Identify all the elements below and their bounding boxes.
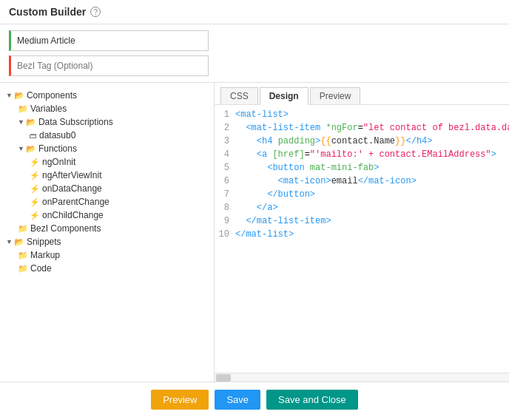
code-line: 5 <button mat-mini-fab> — [215, 161, 509, 175]
tree-item-bezl-components[interactable]: 📁 BezI Components — [3, 222, 211, 235]
line-number: 8 — [215, 201, 235, 214]
tree-label-ngOnInit: ngOnInit — [42, 157, 75, 167]
tree-item-functions[interactable]: ▼ 📂 Functions — [3, 142, 211, 155]
lightning-icon-onDataChange: ⚡ — [30, 184, 40, 194]
line-number: 9 — [215, 214, 235, 228]
folder-open-icon-datasub: 📂 — [26, 118, 36, 127]
tree-item-onChildChange[interactable]: ⚡ onChildChange — [3, 209, 211, 222]
lightning-icon-ngAfterViewInit: ⚡ — [30, 171, 40, 180]
line-content: <a [href]="'mailto:' + contact.EMailAddr… — [235, 148, 509, 161]
line-content: <mat-list> — [235, 108, 509, 121]
code-line: 7 </button> — [215, 188, 509, 201]
code-line: 2 <mat-list-item *ngFor="let contact of … — [215, 121, 509, 135]
folder-open-icon-snippets: 📂 — [14, 237, 24, 247]
line-number: 2 — [215, 121, 235, 135]
expand-icon-datasub: ▼ — [18, 118, 24, 126]
tag-input[interactable] — [9, 55, 209, 76]
help-icon[interactable]: ? — [90, 7, 101, 17]
tree-label-bezl-components: BezI Components — [30, 223, 101, 234]
lightning-icon-ngOnInit: ⚡ — [30, 158, 40, 167]
preview-button[interactable]: Preview — [151, 390, 209, 410]
footer: Preview Save Save and Close — [0, 382, 509, 417]
tree-label-data-subscriptions: Data Subscriptions — [38, 117, 113, 127]
save-and-close-button[interactable]: Save and Close — [266, 390, 358, 410]
lightning-icon-onParentChange: ⚡ — [30, 197, 40, 207]
tree-label-snippets: Snippets — [27, 237, 61, 247]
tree-item-datasub0[interactable]: 🗃 datasub0 — [3, 129, 211, 142]
code-scrollbar[interactable] — [215, 373, 509, 382]
header: Custom Builder ? — [0, 0, 509, 24]
tabs-bar: CSS Design Preview — [215, 83, 509, 105]
line-number: 1 — [215, 108, 235, 121]
folder-icon-variables: 📁 — [18, 104, 28, 114]
folder-open-icon: 📂 — [14, 91, 24, 101]
line-number: 5 — [215, 161, 235, 175]
line-content: </mat-list> — [235, 228, 509, 241]
line-number: 6 — [215, 175, 235, 188]
tree-item-variables[interactable]: 📁 Variables — [3, 102, 211, 115]
line-content: </mat-list-item> — [235, 214, 509, 228]
tree-item-code[interactable]: 📁 Code — [3, 262, 211, 275]
line-content: <mat-icon>email</mat-icon> — [235, 175, 509, 188]
tree-label-markup: Markup — [30, 250, 60, 260]
scrollbar-thumb — [216, 374, 231, 382]
page-title: Custom Builder — [9, 6, 86, 18]
code-line: 1<mat-list> — [215, 108, 509, 121]
tab-css[interactable]: CSS — [220, 87, 258, 104]
tree-label-ngAfterViewInit: ngAfterViewInit — [42, 170, 102, 180]
tree-label-code: Code — [30, 263, 52, 274]
article-input[interactable] — [9, 30, 209, 51]
tree-label-components: Components — [27, 90, 77, 101]
line-content: <h4 padding>{{contact.Name}}</h4> — [235, 135, 509, 148]
line-content: </a> — [235, 201, 509, 214]
line-content: <mat-list-item *ngFor="let contact of be… — [235, 121, 509, 135]
tree-label-functions: Functions — [38, 143, 77, 154]
tree-label-onChildChange: onChildChange — [42, 210, 104, 220]
code-line: 10</mat-list> — [215, 228, 509, 241]
folder-icon-code: 📁 — [18, 264, 28, 274]
tree-item-ngOnInit[interactable]: ⚡ ngOnInit — [3, 155, 211, 169]
tree-item-markup[interactable]: 📁 Markup — [3, 248, 211, 262]
save-button[interactable]: Save — [215, 390, 260, 410]
folder-icon-bezl-components: 📁 — [18, 224, 28, 234]
tab-preview[interactable]: Preview — [310, 87, 361, 104]
code-line: 9 </mat-list-item> — [215, 214, 509, 228]
code-line: 8 </a> — [215, 201, 509, 214]
tree-item-data-subscriptions[interactable]: ▼ 📂 Data Subscriptions — [3, 115, 211, 129]
code-line: 4 <a [href]="'mailto:' + contact.EMailAd… — [215, 148, 509, 161]
tab-design[interactable]: Design — [260, 87, 309, 105]
main-container: ▼ 📂 Components 📁 Variables ▼ 📂 Data Subs… — [0, 24, 509, 417]
tree-label-onParentChange: onParentChange — [42, 197, 109, 207]
line-content: <button mat-mini-fab> — [235, 161, 509, 175]
tree-item-onParentChange[interactable]: ⚡ onParentChange — [3, 195, 211, 209]
code-line: 6 <mat-icon>email</mat-icon> — [215, 175, 509, 188]
line-number: 4 — [215, 148, 235, 161]
db-icon: 🗃 — [30, 132, 37, 140]
tree-label-onDataChange: onDataChange — [42, 183, 102, 194]
left-panel: ▼ 📂 Components 📁 Variables ▼ 📂 Data Subs… — [0, 83, 215, 382]
tree-label-datasub0: datasub0 — [39, 130, 75, 140]
content-area: ▼ 📂 Components 📁 Variables ▼ 📂 Data Subs… — [0, 83, 509, 382]
tree-item-onDataChange[interactable]: ⚡ onDataChange — [3, 182, 211, 195]
tree-item-snippets[interactable]: ▼ 📂 Snippets — [3, 235, 211, 248]
folder-open-icon-functions: 📂 — [26, 144, 36, 154]
code-editor[interactable]: 1<mat-list>2 <mat-list-item *ngFor="let … — [215, 105, 509, 373]
expand-icon: ▼ — [6, 92, 13, 99]
top-inputs — [0, 24, 509, 83]
tree-item-components[interactable]: ▼ 📂 Components — [3, 89, 211, 102]
lightning-icon-onChildChange: ⚡ — [30, 211, 40, 220]
tree-item-ngAfterViewInit[interactable]: ⚡ ngAfterViewInit — [3, 169, 211, 182]
folder-icon-markup: 📁 — [18, 251, 28, 260]
code-line: 3 <h4 padding>{{contact.Name}}</h4> — [215, 135, 509, 148]
line-number: 7 — [215, 188, 235, 201]
tree-label-variables: Variables — [30, 104, 67, 114]
right-panel: CSS Design Preview 1<mat-list>2 <mat-lis… — [215, 83, 509, 382]
line-number: 3 — [215, 135, 235, 148]
expand-icon-functions: ▼ — [18, 145, 24, 152]
expand-icon-snippets: ▼ — [6, 238, 13, 245]
line-number: 10 — [215, 228, 235, 241]
line-content: </button> — [235, 188, 509, 201]
